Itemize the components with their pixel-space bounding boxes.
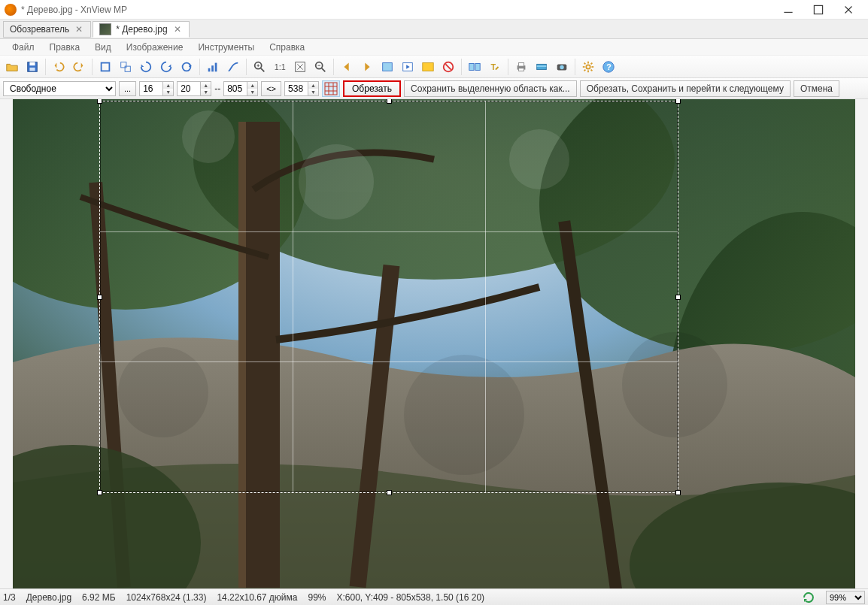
status-filesize: 6.92 МБ [82,592,116,603]
menu-bar: Файл Правка Вид Изображение Инструменты … [0,39,868,56]
rotate-exif-icon[interactable] [178,58,196,76]
crop-button[interactable]: Обрезать [343,80,401,97]
crop-options-button[interactable]: ... [119,81,136,96]
help-icon[interactable]: ? [599,58,618,76]
crop-w-field[interactable] [223,81,247,96]
open-icon[interactable] [3,58,21,76]
resize-icon[interactable] [117,58,135,76]
svg-rect-35 [537,65,547,67]
zoom-fit-icon[interactable] [291,58,309,76]
status-filename: Дерево.jpg [26,592,71,603]
crop-save-next-button[interactable]: Обрезать, Сохранить и перейти к следующе… [580,80,791,97]
status-cursor: X:600, Y:409 - 805x538, 1.50 (16 20) [336,592,484,603]
svg-line-44 [591,69,593,71]
zoom-out-icon[interactable] [311,58,329,76]
menu-image[interactable]: Изображение [119,40,191,55]
spin-arrows[interactable]: ▲▼ [163,81,174,96]
handle-w[interactable] [97,295,102,300]
crop-icon[interactable] [96,58,114,76]
svg-rect-13 [215,62,217,71]
grid-toggle-button[interactable] [322,80,340,97]
curves-icon[interactable] [224,58,242,76]
menu-file[interactable]: Файл [5,40,42,55]
crop-ratio-select[interactable]: Свободное [3,81,116,96]
crop-y-field[interactable] [177,81,201,96]
crop-h-field[interactable] [284,81,308,96]
prev-icon[interactable] [338,58,356,76]
svg-line-27 [445,64,451,69]
svg-rect-29 [475,63,480,70]
status-dpi: 99% [308,592,326,603]
menu-help[interactable]: Справка [262,40,312,55]
fullscreen-icon[interactable] [419,58,437,76]
cancel-crop-button[interactable]: Отмена [794,80,839,97]
spin-arrows[interactable]: ▲▼ [247,81,258,96]
crop-x-field[interactable] [139,81,163,96]
levels-icon[interactable] [204,58,222,76]
scanner-icon[interactable] [533,58,551,76]
crop-h-input[interactable]: ▲▼ [284,81,319,96]
spin-arrows[interactable]: ▲▼ [308,81,319,96]
svg-rect-8 [121,62,126,67]
svg-rect-49 [325,83,337,95]
svg-line-15 [261,68,265,71]
svg-rect-33 [518,68,524,71]
print-icon[interactable] [512,58,530,76]
rotate-right-icon[interactable] [157,58,175,76]
handle-e[interactable] [675,295,681,300]
handle-n[interactable] [387,99,392,104]
crop-w-input[interactable]: ▲▼ [223,81,258,96]
tab-bar: Обозреватель ✕ * Дерево.jpg ✕ [0,20,868,39]
handle-ne[interactable] [675,99,681,104]
close-button[interactable] [833,1,863,19]
svg-rect-12 [211,65,214,71]
menu-view[interactable]: Вид [87,40,119,55]
crop-x-input[interactable]: ▲▼ [139,81,174,96]
handle-sw[interactable] [97,490,102,495]
app-icon [5,4,17,16]
zoom-select[interactable]: 99% [826,591,865,604]
tab-close-icon[interactable]: ✕ [172,24,183,35]
camera-icon[interactable] [553,58,571,76]
maximize-button[interactable] [803,1,833,19]
svg-line-45 [591,62,593,64]
svg-rect-28 [469,63,474,70]
status-dimensions: 1024x768x24 (1.33) [126,592,207,603]
slideshow-icon[interactable] [399,58,417,76]
main-toolbar: 1:1 T ? [0,56,868,78]
text-icon[interactable]: T [486,58,504,76]
svg-point-38 [586,65,590,68]
swap-wh-button[interactable]: <> [261,81,281,96]
menu-tools[interactable]: Инструменты [190,40,262,55]
svg-rect-23 [383,62,393,71]
next-icon[interactable] [358,58,376,76]
reload-icon[interactable] [802,591,815,604]
crop-selection[interactable] [99,101,678,493]
zoom-in-icon[interactable] [250,58,269,76]
image-canvas[interactable] [13,99,855,588]
handle-s[interactable] [387,490,392,495]
redo-icon[interactable] [70,58,88,76]
handle-nw[interactable] [97,99,102,104]
svg-rect-7 [102,62,110,71]
save-selection-button[interactable]: Сохранить выделенную область как... [404,80,577,97]
rotate-left-icon[interactable] [137,58,155,76]
zoom-100-icon[interactable]: 1:1 [271,58,289,76]
image-viewer[interactable] [0,99,868,588]
tab-close-icon[interactable]: ✕ [74,24,84,35]
title-bar: * Дерево.jpg - XnView MP [0,0,868,20]
save-icon[interactable] [23,58,41,76]
spin-arrows[interactable]: ▲▼ [201,81,211,96]
handle-se[interactable] [675,490,681,495]
compare-icon[interactable] [466,58,484,76]
svg-line-46 [584,69,586,71]
menu-edit[interactable]: Правка [42,40,88,55]
settings-icon[interactable] [579,58,597,76]
minimize-button[interactable] [773,1,803,19]
delete-icon[interactable] [439,58,457,76]
tab-image[interactable]: * Дерево.jpg ✕ [93,21,189,38]
crop-y-input[interactable]: ▲▼ [177,81,211,96]
quickview-icon[interactable] [378,58,396,76]
undo-icon[interactable] [50,58,68,76]
tab-browser[interactable]: Обозреватель ✕ [3,21,91,38]
